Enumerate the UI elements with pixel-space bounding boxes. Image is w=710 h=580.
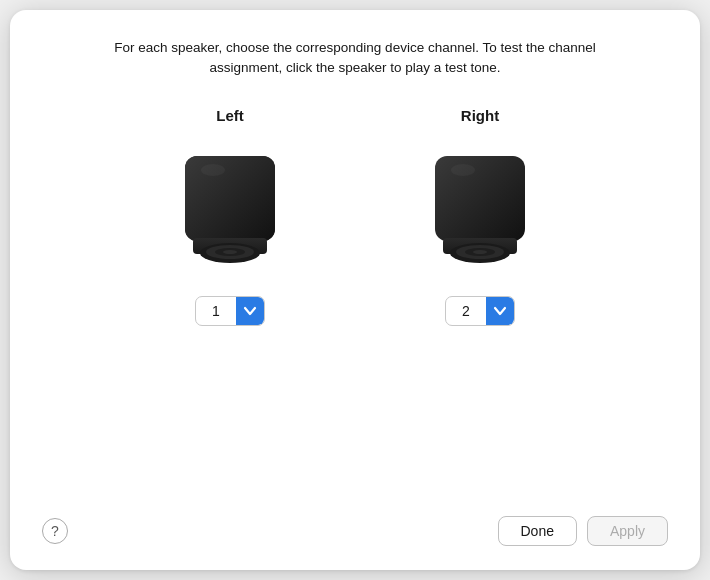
right-speaker-col: Right — [425, 107, 535, 326]
apply-button[interactable]: Apply — [587, 516, 668, 546]
footer-buttons: Done Apply — [498, 516, 669, 546]
speaker-channel-dialog: For each speaker, choose the correspondi… — [10, 10, 700, 570]
svg-point-13 — [473, 250, 487, 254]
speakers-row: Left — [42, 107, 668, 507]
left-speaker-icon[interactable] — [175, 148, 285, 278]
left-speaker-col: Left — [175, 107, 285, 326]
left-channel-dropdown-btn[interactable] — [236, 297, 264, 325]
right-channel-dropdown-btn[interactable] — [486, 297, 514, 325]
svg-rect-1 — [185, 156, 275, 241]
left-speaker-label: Left — [216, 107, 244, 124]
right-channel-value: 2 — [446, 303, 486, 319]
left-chevron-down-icon — [243, 306, 257, 316]
done-button[interactable]: Done — [498, 516, 577, 546]
svg-point-14 — [451, 164, 475, 176]
help-button[interactable]: ? — [42, 518, 68, 544]
svg-rect-8 — [435, 156, 525, 241]
svg-point-7 — [201, 164, 225, 176]
right-speaker-icon[interactable] — [425, 148, 535, 278]
right-speaker-label: Right — [461, 107, 499, 124]
left-channel-select[interactable]: 1 — [195, 296, 265, 326]
left-channel-value: 1 — [196, 303, 236, 319]
right-channel-select[interactable]: 2 — [445, 296, 515, 326]
right-chevron-down-icon — [493, 306, 507, 316]
footer: ? Done Apply — [42, 506, 668, 546]
svg-point-6 — [223, 250, 237, 254]
instruction-text: For each speaker, choose the correspondi… — [42, 38, 668, 79]
